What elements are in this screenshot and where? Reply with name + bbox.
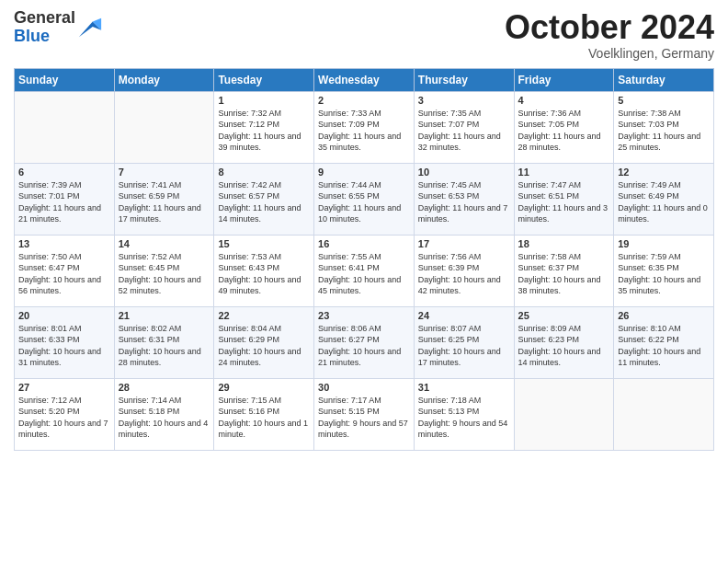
weekday-header-row: SundayMondayTuesdayWednesdayThursdayFrid… [15, 68, 714, 91]
day-info: Sunrise: 7:12 AM Sunset: 5:20 PM Dayligh… [18, 395, 110, 441]
weekday-header-sunday: Sunday [15, 68, 115, 91]
day-number: 3 [418, 95, 510, 106]
day-number: 12 [618, 167, 710, 178]
day-info: Sunrise: 8:01 AM Sunset: 6:33 PM Dayligh… [18, 323, 110, 369]
weekday-header-tuesday: Tuesday [214, 68, 314, 91]
week-row-5: 27Sunrise: 7:12 AM Sunset: 5:20 PM Dayli… [15, 378, 714, 450]
week-row-3: 13Sunrise: 7:50 AM Sunset: 6:47 PM Dayli… [15, 235, 714, 306]
day-number: 24 [418, 310, 510, 321]
day-info: Sunrise: 7:50 AM Sunset: 6:47 PM Dayligh… [18, 251, 110, 297]
logo: General Blue [14, 9, 103, 46]
day-info: Sunrise: 8:09 AM Sunset: 6:23 PM Dayligh… [518, 323, 610, 369]
day-number: 8 [218, 167, 310, 178]
calendar-cell: 18Sunrise: 7:58 AM Sunset: 6:37 PM Dayli… [514, 235, 614, 306]
day-info: Sunrise: 7:49 AM Sunset: 6:49 PM Dayligh… [618, 179, 710, 225]
calendar-cell: 16Sunrise: 7:55 AM Sunset: 6:41 PM Dayli… [314, 235, 415, 306]
calendar-cell: 7Sunrise: 7:41 AM Sunset: 6:59 PM Daylig… [114, 163, 214, 235]
day-number: 15 [218, 238, 310, 249]
location-subtitle: Voelklingen, Germany [505, 46, 714, 61]
day-number: 31 [418, 382, 510, 393]
day-number: 18 [518, 238, 610, 249]
calendar-cell: 15Sunrise: 7:53 AM Sunset: 6:43 PM Dayli… [214, 235, 314, 306]
week-row-4: 20Sunrise: 8:01 AM Sunset: 6:33 PM Dayli… [15, 306, 714, 378]
calendar-cell: 8Sunrise: 7:42 AM Sunset: 6:57 PM Daylig… [214, 163, 314, 235]
calendar-cell: 30Sunrise: 7:17 AM Sunset: 5:15 PM Dayli… [314, 378, 415, 450]
day-number: 26 [618, 310, 710, 321]
day-info: Sunrise: 7:45 AM Sunset: 6:53 PM Dayligh… [418, 179, 510, 225]
weekday-header-saturday: Saturday [614, 68, 714, 91]
day-info: Sunrise: 7:14 AM Sunset: 5:18 PM Dayligh… [119, 395, 210, 441]
day-info: Sunrise: 8:10 AM Sunset: 6:22 PM Dayligh… [618, 323, 710, 369]
day-number: 20 [18, 310, 110, 321]
logo-blue: Blue [14, 27, 50, 45]
day-number: 30 [318, 382, 410, 393]
calendar-cell [114, 91, 214, 163]
month-title: October 2024 [505, 9, 714, 46]
calendar-cell: 14Sunrise: 7:52 AM Sunset: 6:45 PM Dayli… [114, 235, 214, 306]
day-number: 14 [119, 238, 210, 249]
day-info: Sunrise: 7:59 AM Sunset: 6:35 PM Dayligh… [618, 251, 710, 297]
day-info: Sunrise: 7:42 AM Sunset: 6:57 PM Dayligh… [218, 179, 310, 225]
day-info: Sunrise: 7:35 AM Sunset: 7:07 PM Dayligh… [418, 108, 510, 154]
day-info: Sunrise: 8:06 AM Sunset: 6:27 PM Dayligh… [318, 323, 410, 369]
day-number: 27 [18, 382, 110, 393]
day-info: Sunrise: 7:55 AM Sunset: 6:41 PM Dayligh… [318, 251, 410, 297]
calendar-cell: 24Sunrise: 8:07 AM Sunset: 6:25 PM Dayli… [414, 306, 514, 378]
week-row-1: 1Sunrise: 7:32 AM Sunset: 7:12 PM Daylig… [15, 91, 714, 163]
header: General Blue October 2024 Voelklingen, G… [14, 9, 714, 61]
day-number: 29 [218, 382, 310, 393]
logo-general: General [14, 8, 75, 27]
week-row-2: 6Sunrise: 7:39 AM Sunset: 7:01 PM Daylig… [15, 163, 714, 235]
calendar-table: SundayMondayTuesdayWednesdayThursdayFrid… [14, 68, 714, 451]
calendar-cell: 29Sunrise: 7:15 AM Sunset: 5:16 PM Dayli… [214, 378, 314, 450]
weekday-header-thursday: Thursday [414, 68, 514, 91]
calendar-cell: 20Sunrise: 8:01 AM Sunset: 6:33 PM Dayli… [15, 306, 115, 378]
day-info: Sunrise: 7:33 AM Sunset: 7:09 PM Dayligh… [318, 108, 410, 154]
day-number: 7 [119, 167, 210, 178]
day-number: 28 [119, 382, 210, 393]
day-number: 13 [18, 238, 110, 249]
calendar-cell: 31Sunrise: 7:18 AM Sunset: 5:13 PM Dayli… [414, 378, 514, 450]
day-info: Sunrise: 7:58 AM Sunset: 6:37 PM Dayligh… [518, 251, 610, 297]
day-number: 1 [218, 95, 310, 106]
day-number: 19 [618, 238, 710, 249]
day-info: Sunrise: 7:17 AM Sunset: 5:15 PM Dayligh… [318, 395, 410, 441]
day-info: Sunrise: 7:53 AM Sunset: 6:43 PM Dayligh… [218, 251, 310, 297]
day-number: 11 [518, 167, 610, 178]
day-info: Sunrise: 7:52 AM Sunset: 6:45 PM Dayligh… [119, 251, 210, 297]
day-info: Sunrise: 7:39 AM Sunset: 7:01 PM Dayligh… [18, 179, 110, 225]
calendar-cell: 28Sunrise: 7:14 AM Sunset: 5:18 PM Dayli… [114, 378, 214, 450]
weekday-header-monday: Monday [114, 68, 214, 91]
calendar-cell: 11Sunrise: 7:47 AM Sunset: 6:51 PM Dayli… [514, 163, 614, 235]
day-info: Sunrise: 7:56 AM Sunset: 6:39 PM Dayligh… [418, 251, 510, 297]
day-info: Sunrise: 7:18 AM Sunset: 5:13 PM Dayligh… [418, 395, 510, 441]
calendar-cell: 6Sunrise: 7:39 AM Sunset: 7:01 PM Daylig… [15, 163, 115, 235]
calendar-cell [514, 378, 614, 450]
day-number: 4 [518, 95, 610, 106]
day-number: 5 [618, 95, 710, 106]
calendar-cell: 2Sunrise: 7:33 AM Sunset: 7:09 PM Daylig… [314, 91, 415, 163]
day-number: 17 [418, 238, 510, 249]
calendar-cell: 23Sunrise: 8:06 AM Sunset: 6:27 PM Dayli… [314, 306, 415, 378]
calendar-cell: 26Sunrise: 8:10 AM Sunset: 6:22 PM Dayli… [614, 306, 714, 378]
day-number: 9 [318, 167, 410, 178]
weekday-header-friday: Friday [514, 68, 614, 91]
calendar-cell: 1Sunrise: 7:32 AM Sunset: 7:12 PM Daylig… [214, 91, 314, 163]
day-info: Sunrise: 7:47 AM Sunset: 6:51 PM Dayligh… [518, 179, 610, 225]
weekday-header-wednesday: Wednesday [314, 68, 415, 91]
day-info: Sunrise: 7:38 AM Sunset: 7:03 PM Dayligh… [618, 108, 710, 154]
calendar-cell: 25Sunrise: 8:09 AM Sunset: 6:23 PM Dayli… [514, 306, 614, 378]
day-info: Sunrise: 7:41 AM Sunset: 6:59 PM Dayligh… [119, 179, 210, 225]
calendar-cell: 27Sunrise: 7:12 AM Sunset: 5:20 PM Dayli… [15, 378, 115, 450]
day-number: 22 [218, 310, 310, 321]
page: General Blue October 2024 Voelklingen, G… [0, 0, 728, 563]
day-number: 25 [518, 310, 610, 321]
day-info: Sunrise: 8:02 AM Sunset: 6:31 PM Dayligh… [119, 323, 210, 369]
day-number: 16 [318, 238, 410, 249]
calendar-cell [614, 378, 714, 450]
day-number: 21 [119, 310, 210, 321]
day-info: Sunrise: 7:15 AM Sunset: 5:16 PM Dayligh… [218, 395, 310, 441]
calendar-cell: 9Sunrise: 7:44 AM Sunset: 6:55 PM Daylig… [314, 163, 415, 235]
calendar-cell: 4Sunrise: 7:36 AM Sunset: 7:05 PM Daylig… [514, 91, 614, 163]
day-info: Sunrise: 7:44 AM Sunset: 6:55 PM Dayligh… [318, 179, 410, 225]
